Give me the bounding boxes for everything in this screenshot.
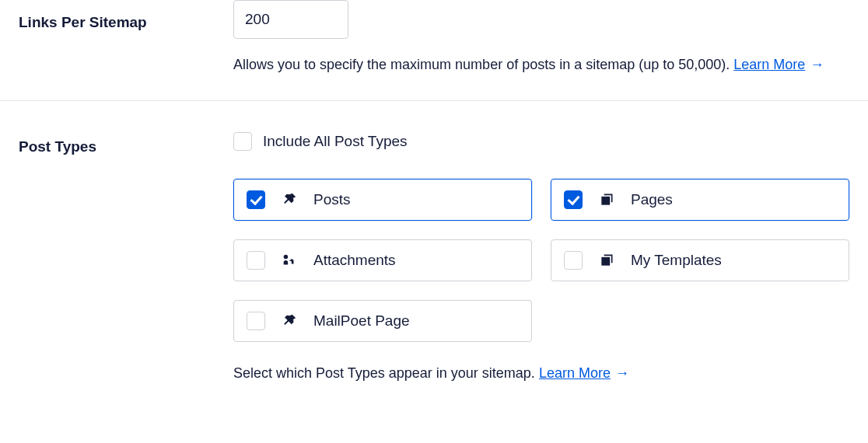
post-type-label: MailPoet Page [313,312,410,330]
post-type-checkbox[interactable] [247,251,265,270]
stack-icon [598,191,615,208]
learn-more-link[interactable]: Learn More [733,57,805,72]
post-type-card[interactable]: My Templates [551,239,849,281]
links-per-sitemap-label: Links Per Sitemap [19,0,233,31]
post-types-help: Select which Post Types appear in your s… [233,365,849,382]
post-type-card[interactable]: Posts [233,179,532,221]
links-per-sitemap-help: Allows you to specify the maximum number… [233,53,849,77]
help-text: Allows you to specify the maximum number… [233,57,733,72]
post-type-label: My Templates [631,252,722,269]
label-column: Links Per Sitemap [19,0,233,77]
arrow-right-icon: → [615,365,629,382]
post-type-card[interactable]: Pages [551,179,849,221]
pin-icon [281,312,298,330]
help-text: Select which Post Types appear in your s… [233,365,539,381]
row-links-per-sitemap: Links Per Sitemap Allows you to specify … [0,0,868,100]
post-type-checkbox[interactable] [247,312,265,330]
row-post-types: Post Types Include All Post Types PostsP… [0,100,868,405]
media-icon [281,252,298,269]
post-type-card[interactable]: MailPoet Page [233,300,532,342]
learn-more-link[interactable]: Learn More [539,365,611,381]
stack-icon [598,252,615,269]
include-all-post-types-option[interactable]: Include All Post Types [233,132,849,151]
post-type-label: Posts [313,191,351,208]
post-type-card[interactable]: Attachments [233,239,532,281]
post-type-label: Pages [631,191,673,208]
post-type-label: Attachments [313,252,396,269]
post-type-checkbox[interactable] [247,190,265,209]
include-all-checkbox[interactable] [233,132,252,151]
field-column: Allows you to specify the maximum number… [233,0,849,77]
post-type-checkbox[interactable] [564,251,583,270]
pin-icon [281,191,298,208]
include-all-label: Include All Post Types [263,133,408,150]
post-types-label: Post Types [19,124,233,155]
post-type-checkbox[interactable] [564,190,583,209]
arrow-right-icon: → [810,53,824,77]
links-per-sitemap-input[interactable] [233,0,348,39]
field-column: Include All Post Types PostsPagesAttachm… [233,124,849,382]
label-column: Post Types [19,124,233,382]
post-type-cards: PostsPagesAttachmentsMy TemplatesMailPoe… [233,179,849,342]
